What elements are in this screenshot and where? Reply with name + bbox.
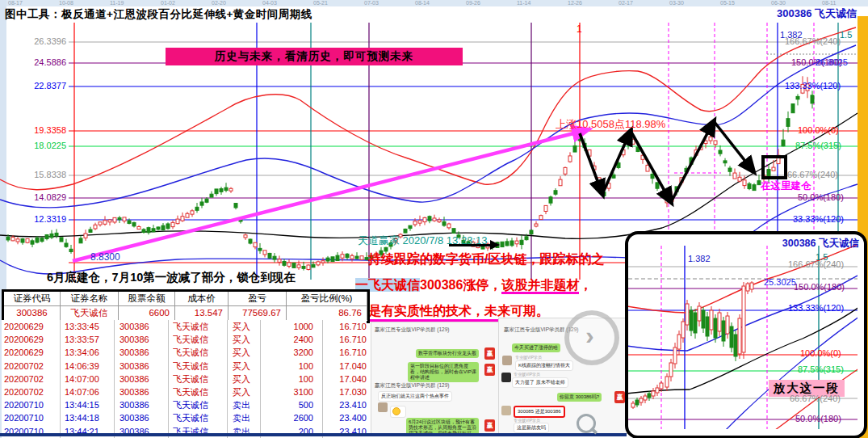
candle-body xyxy=(791,104,795,113)
candle-body xyxy=(350,255,354,259)
carousel-next-button[interactable]: › xyxy=(564,310,619,365)
candle-body xyxy=(728,168,732,171)
transaction-cell: 买入 xyxy=(233,320,258,333)
holdings-cell: 300386 xyxy=(4,306,61,320)
candle-body xyxy=(738,177,741,181)
chat-bubble: K线跟踪的涨幅行情很大 xyxy=(515,360,573,371)
candle-body xyxy=(660,383,663,389)
transaction-row[interactable]: 2020070214:07:00300386飞天诚信买入10017.040 xyxy=(2,373,367,385)
candle-body xyxy=(686,304,689,325)
transaction-cell: 20200629 xyxy=(4,320,57,333)
candle-body xyxy=(195,207,199,210)
candle-body xyxy=(191,211,194,214)
chat-username: 专业版VIP学员 xyxy=(514,372,540,377)
holdings-cell: 86.76 xyxy=(287,306,367,320)
commentary-line2: 一飞天诚信300386涨停，该股并非题材， xyxy=(355,277,592,294)
magnifier-icon[interactable] xyxy=(577,414,596,433)
holdings-header-cell: 盈亏 xyxy=(229,292,287,305)
candle-body xyxy=(176,219,179,224)
candle-body xyxy=(229,188,233,191)
base-price-label: 8.8300 xyxy=(90,251,120,263)
candle-body xyxy=(811,95,814,103)
transaction-cell: 20200710 xyxy=(4,398,57,411)
candle-body xyxy=(11,237,15,240)
chat-bubble: 反正咱们就关注这两个热点事件 xyxy=(378,391,452,402)
inset-percent-label: 133.33%(120) xyxy=(788,303,844,313)
candle-body xyxy=(452,229,455,234)
transaction-cell: 1000 xyxy=(266,320,313,333)
candle-body xyxy=(743,180,746,186)
holdings-table[interactable]: 证券代码证券名称股票余额成本价盈亏盈亏比例(%)300386飞天诚信660013… xyxy=(2,289,370,323)
chat-screenshot-left: 赢家江恩专业版VIP学员群 (129) 数字货币板块分行业龙头股 赢 第一阶段目… xyxy=(371,322,501,434)
transaction-cell: 16.710 xyxy=(323,320,367,333)
holdings-header-cell: 股票余额 xyxy=(119,292,175,305)
transaction-cell: 飞天诚信 xyxy=(173,346,223,359)
candle-body xyxy=(128,221,131,223)
win-seal-stamp: 赢 xyxy=(484,419,495,432)
transaction-row[interactable]: 2020062913:34:06300386飞天诚信买入320016.710 xyxy=(2,346,367,359)
candle-body xyxy=(84,234,87,238)
inset-percent-label: 66.67%(240) xyxy=(790,394,841,403)
candle-body xyxy=(360,256,363,260)
candle-body xyxy=(321,261,325,263)
candle-body xyxy=(413,221,417,225)
inset-percent-label: 100.0%(0) xyxy=(800,348,841,358)
candle-body xyxy=(210,194,213,197)
candle-body xyxy=(40,238,44,242)
candle-body xyxy=(108,220,111,222)
overlap-price-label: 26.8025 xyxy=(816,57,848,67)
candle-body xyxy=(651,175,654,179)
transaction-cell: 23.400 xyxy=(323,411,367,424)
transactions-table[interactable]: 2020062913:33:45300386飞天诚信买入100016.71020… xyxy=(2,320,367,438)
candle-body xyxy=(714,318,717,338)
candle-body xyxy=(733,173,736,179)
candle-body xyxy=(312,264,315,267)
transaction-row[interactable]: 2020062913:33:57300386飞天诚信买入240016.710 xyxy=(2,333,367,346)
price-axis-label: 12.3319 xyxy=(16,214,66,224)
candle-body xyxy=(544,205,547,211)
candle-body xyxy=(660,193,664,197)
candle-body xyxy=(171,222,174,226)
candle-body xyxy=(244,235,247,238)
candle-body xyxy=(782,140,785,146)
candle-body xyxy=(786,119,790,127)
candle-body xyxy=(94,225,97,229)
candle-body xyxy=(753,185,756,191)
position-note: 6月底建仓，7月10第一波减了部分，锁仓到现在 xyxy=(47,270,296,285)
candle-body xyxy=(539,216,543,220)
transaction-cell: 13:44:15 xyxy=(65,398,111,411)
candle-body xyxy=(433,218,436,221)
price-axis-label: 14.0829 xyxy=(16,192,66,202)
transaction-row[interactable]: 2020071013:44:18300386飞天诚信卖出260023.400 xyxy=(2,411,367,424)
transaction-row[interactable]: 2020071013:44:15300386飞天诚信卖出50023.410 xyxy=(2,398,367,411)
candle-body xyxy=(355,256,359,259)
transaction-cell: 20200629 xyxy=(4,346,57,359)
transaction-row[interactable]: 2020062913:33:45300386飞天诚信买入100016.710 xyxy=(2,320,367,333)
transaction-cell: 飞天诚信 xyxy=(173,385,223,398)
commentary-line2b: ， xyxy=(579,278,592,292)
build-position-label: 在这里建仓 xyxy=(761,179,811,193)
candle-body xyxy=(181,217,184,221)
transaction-cell: 13:33:45 xyxy=(65,320,111,333)
transaction-cell: 17.040 xyxy=(323,360,367,373)
candle-body xyxy=(45,234,48,238)
holdings-row[interactable]: 300386飞天诚信660013.54777569.6786.76 xyxy=(4,306,367,320)
candle-body xyxy=(635,400,639,405)
transaction-cell: 300386 xyxy=(120,320,165,333)
win-seal-stamp: 赢 xyxy=(484,364,495,376)
bottom-border-line xyxy=(0,433,627,436)
chat-bubble: 第一阶段目标位的江恩角度看，结构相似，届时会在VIP课程中讲述 xyxy=(408,362,479,382)
inset-zoom-chart: 300386 飞天诚信 1.382 1.5 25.3025 放大这一段 166.… xyxy=(625,231,867,438)
transaction-row[interactable]: 2020070214:06:39300386飞天诚信买入10017.040 xyxy=(2,360,367,373)
candle-body xyxy=(796,96,799,99)
candle-body xyxy=(423,217,426,221)
transaction-cell: 买入 xyxy=(233,360,258,373)
candle-body xyxy=(515,241,518,244)
transaction-row[interactable]: 2020070214:07:06300386飞天诚信买入310017.030 xyxy=(2,385,367,398)
candle-body xyxy=(510,241,514,246)
transaction-cell: 20200702 xyxy=(4,373,57,385)
avatar xyxy=(378,402,388,412)
transaction-cell: 买入 xyxy=(233,385,258,398)
percent-axis-label: 50.0%(180) xyxy=(798,192,844,202)
watermark-arrow xyxy=(449,244,491,246)
